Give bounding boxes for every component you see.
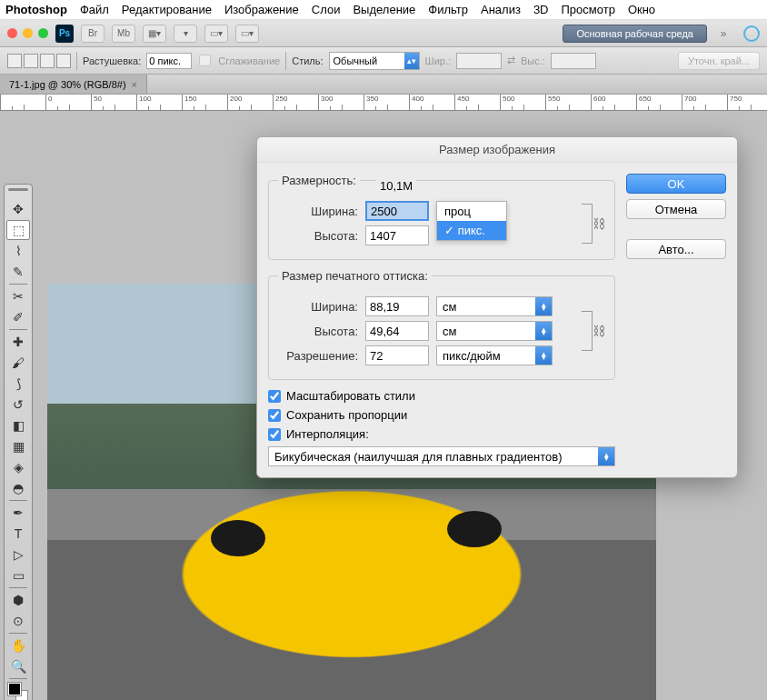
menu-analysis[interactable]: Анализ <box>481 3 521 16</box>
resolution-unit[interactable]: пикс/дюйм▴▾ <box>436 345 553 365</box>
dialog-title: Размер изображения <box>257 137 737 163</box>
hand-tool[interactable]: ✋ <box>6 635 30 655</box>
marquee-presets[interactable] <box>7 54 71 68</box>
resample-checkbox[interactable] <box>268 428 281 441</box>
menu-window[interactable]: Окно <box>628 3 655 16</box>
minimize-window[interactable] <box>23 28 33 38</box>
type-tool[interactable]: T <box>6 524 30 544</box>
print-height-label: Высота: <box>278 325 358 338</box>
resolution-input[interactable] <box>365 345 429 365</box>
unit-dropdown[interactable]: проц пикс. <box>436 201 507 241</box>
link-icon-print: ⛓ <box>593 324 605 338</box>
brush-tool[interactable]: 🖌 <box>6 353 30 373</box>
constrain-proportions-checkbox[interactable] <box>268 409 281 422</box>
view-extras-button[interactable]: ▦▾ <box>143 25 166 43</box>
style-label: Стиль: <box>292 55 323 66</box>
minibridge-button[interactable]: Mb <box>112 25 135 43</box>
window-controls <box>7 28 48 38</box>
px-height-input[interactable] <box>365 225 429 245</box>
px-width-label: Ширина: <box>278 205 358 218</box>
search-icon[interactable] <box>743 25 760 42</box>
pen-tool[interactable]: ✒ <box>6 503 30 523</box>
zoom-level-button[interactable]: ▾ <box>174 25 197 43</box>
close-tab-icon[interactable]: × <box>132 79 137 90</box>
antialias-label: Сглаживание <box>218 55 280 66</box>
pixel-dimensions-group: Размерность: 10,1M Ширина: ▴▾ <box>268 174 615 260</box>
os-menubar: Photoshop Файл Редактирование Изображени… <box>0 0 767 20</box>
lasso-tool[interactable]: ⌇ <box>6 241 30 261</box>
menu-view[interactable]: Просмотр <box>562 3 615 16</box>
cancel-button[interactable]: Отмена <box>626 199 726 219</box>
photoshop-icon: Ps <box>55 25 74 43</box>
menu-3d[interactable]: 3D <box>533 3 549 16</box>
swap-icon[interactable]: ⇄ <box>507 55 515 66</box>
move-tool[interactable]: ✥ <box>6 199 30 219</box>
path-select-tool[interactable]: ▷ <box>6 545 30 565</box>
toolbox: ✥ ⬚ ⌇ ✎ ✂ ✐ ✚ 🖌 ⟆ ↺ ◧ ▦ ◈ ◓ ✒ T ▷ ▭ ⬢ ⊙ … <box>4 184 33 700</box>
opt-width-label: Шир.: <box>425 55 451 66</box>
menu-filter[interactable]: Фильтр <box>428 3 468 16</box>
antialias-checkbox[interactable] <box>199 55 211 66</box>
resample-method-select[interactable]: Бикубическая (наилучшая для плавных град… <box>268 446 615 466</box>
more-workspaces[interactable]: » <box>714 25 732 43</box>
crop-tool[interactable]: ✂ <box>6 286 30 306</box>
history-brush-tool[interactable]: ↺ <box>6 395 30 415</box>
quick-select-tool[interactable]: ✎ <box>6 262 30 282</box>
print-width-unit[interactable]: см▴▾ <box>436 296 553 316</box>
zoom-tool[interactable]: 🔍 <box>6 656 30 676</box>
3d-camera-tool[interactable]: ⊙ <box>6 611 30 631</box>
link-bracket <box>582 204 593 244</box>
marquee-tool[interactable]: ⬚ <box>6 220 30 240</box>
menu-file[interactable]: Файл <box>80 3 109 16</box>
menu-edit[interactable]: Редактирование <box>122 3 212 16</box>
document-tab[interactable]: 71-1.jpg @ 30% (RGB/8#) × <box>0 75 147 94</box>
print-width-input[interactable] <box>365 296 429 316</box>
print-size-legend: Размер печатного оттиска: <box>278 269 432 283</box>
image-size-dialog: Размер изображения Размерность: 10,1M Ши… <box>256 136 738 478</box>
px-height-label: Высота: <box>278 229 358 243</box>
workspace-switcher[interactable]: Основная рабочая среда <box>563 25 707 43</box>
close-window[interactable] <box>7 28 17 38</box>
blur-tool[interactable]: ◈ <box>6 457 30 477</box>
refine-edge-button[interactable]: Уточн. край... <box>678 52 760 70</box>
ok-button[interactable]: OK <box>626 174 726 194</box>
eraser-tool[interactable]: ◧ <box>6 415 30 435</box>
arrange-button[interactable]: ▭▾ <box>204 25 228 43</box>
options-bar: Растушевка: Сглаживание Стиль: Обычный▴▾… <box>0 47 767 75</box>
unit-option-percent[interactable]: проц <box>437 202 506 221</box>
file-size: 10,1M <box>376 179 416 193</box>
unit-option-pixels[interactable]: пикс. <box>437 221 506 240</box>
print-height-input[interactable] <box>365 321 429 341</box>
scale-styles-checkbox[interactable] <box>268 390 281 403</box>
bridge-button[interactable]: Br <box>81 25 105 43</box>
shape-tool[interactable]: ▭ <box>6 565 30 585</box>
feather-label: Растушевка: <box>83 55 141 66</box>
print-size-group: Размер печатного оттиска: Ширина: см▴▾ В… <box>268 269 615 380</box>
feather-input[interactable] <box>146 53 192 69</box>
px-width-input[interactable] <box>365 201 429 221</box>
dodge-tool[interactable]: ◓ <box>6 478 30 498</box>
auto-button[interactable]: Авто... <box>626 239 726 259</box>
document-tabs: 71-1.jpg @ 30% (RGB/8#) × <box>0 75 767 95</box>
app-name: Photoshop <box>5 3 67 16</box>
document-tab-label: 71-1.jpg @ 30% (RGB/8#) <box>9 79 126 90</box>
scale-styles-label: Масштабировать стили <box>286 389 415 403</box>
menu-image[interactable]: Изображение <box>224 3 299 16</box>
3d-tool[interactable]: ⬢ <box>6 590 30 610</box>
eyedropper-tool[interactable]: ✐ <box>6 307 30 327</box>
opt-height-input[interactable] <box>551 53 596 69</box>
constrain-proportions-label: Сохранить пропорции <box>286 408 407 422</box>
menu-select[interactable]: Выделение <box>353 3 415 16</box>
style-select[interactable]: Обычный▴▾ <box>329 52 420 70</box>
clone-stamp-tool[interactable]: ⟆ <box>6 374 30 394</box>
opt-height-label: Выс.: <box>521 55 545 66</box>
menu-layers[interactable]: Слои <box>312 3 341 16</box>
opt-width-input[interactable] <box>456 53 502 69</box>
color-swatches[interactable] <box>6 681 30 700</box>
gradient-tool[interactable]: ▦ <box>6 436 30 456</box>
zoom-window[interactable] <box>38 28 48 38</box>
healing-brush-tool[interactable]: ✚ <box>6 332 30 352</box>
print-height-unit[interactable]: см▴▾ <box>436 321 553 341</box>
screen-mode-button[interactable]: ▭▾ <box>235 25 259 43</box>
resolution-label: Разрешение: <box>278 349 358 363</box>
